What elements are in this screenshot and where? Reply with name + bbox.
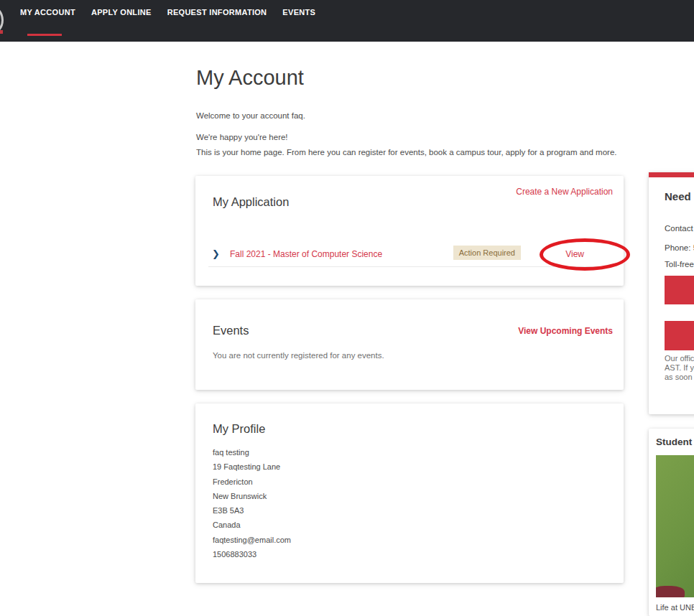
profile-street: 19 Faqtesting Lane [213, 459, 291, 474]
profile-email: faqtesting@email.com [213, 533, 291, 547]
help-red-button-1[interactable] [665, 276, 694, 304]
profile-name: faq testing [213, 445, 291, 459]
help-card-red-bar [649, 172, 694, 177]
nav-item-my-account[interactable]: MY ACCOUNT [20, 8, 75, 17]
nav-menu: MY ACCOUNT APPLY ONLINE REQUEST INFORMAT… [20, 8, 315, 17]
events-title: Events [213, 324, 249, 337]
profile-country: Canada [213, 518, 291, 532]
chevron-right-icon[interactable]: ❯ [212, 248, 220, 259]
need-help-title: Need [665, 190, 691, 202]
student-life-caption: Life at UNB [656, 603, 694, 612]
nav-item-apply-online[interactable]: APPLY ONLINE [91, 8, 152, 17]
my-application-card: Create a New Application My Application … [195, 176, 624, 286]
office-hours-note-line-3: as soon a [665, 373, 694, 382]
profile-city: Fredericton [213, 475, 291, 489]
application-name-link[interactable]: Fall 2021 - Master of Computer Science [230, 249, 382, 259]
intro-text-welcome: Welcome to your account faq. [196, 111, 305, 120]
help-tollfree-line: Toll-free: [665, 260, 694, 269]
help-red-button-2[interactable] [665, 321, 694, 350]
active-tab-underline [27, 34, 62, 36]
page-title: My Account [196, 66, 304, 90]
events-empty-text: You are not currently registered for any… [213, 351, 384, 360]
profile-phone: 1506883033 [213, 547, 291, 561]
intro-text-home-page: This is your home page. From here you ca… [196, 148, 617, 157]
application-row: ❯ Fall 2021 - Master of Computer Science… [208, 244, 613, 267]
help-contact-line: Contact U [665, 224, 694, 233]
student-life-card: Student L Life at UNB [649, 429, 694, 616]
profile-details-list: faq testing 19 Faqtesting Lane Frederict… [213, 445, 291, 561]
top-navigation-bar: MY ACCOUNT APPLY ONLINE REQUEST INFORMAT… [0, 0, 694, 42]
office-hours-note-line-2: AST. If yo [665, 363, 694, 373]
create-new-application-link[interactable]: Create a New Application [516, 187, 613, 197]
office-hours-note-line-1: Our offic [665, 354, 694, 363]
need-help-card: Need Contact U Phone: 5 Toll-free: Our o… [649, 172, 694, 414]
nav-item-events[interactable]: EVENTS [282, 8, 315, 17]
events-card: View Upcoming Events Events You are not … [195, 299, 624, 390]
my-application-title: My Application [213, 195, 289, 209]
help-phone-line: Phone: 5 [665, 243, 694, 252]
view-upcoming-events-link[interactable]: View Upcoming Events [518, 326, 613, 336]
student-life-title: Student L [656, 437, 694, 447]
office-hours-note: Our offic AST. If yo as soon a [665, 354, 694, 382]
profile-postal-code: E3B 5A3 [213, 503, 291, 518]
my-profile-card: My Profile faq testing 19 Faqtesting Lan… [195, 403, 624, 583]
view-application-link[interactable]: View [565, 249, 584, 259]
profile-province: New Brunswick [213, 489, 291, 503]
photo-blanket-shape [656, 586, 685, 597]
logo-partial-icon [0, 4, 4, 37]
student-life-photo [656, 455, 694, 597]
my-profile-title: My Profile [213, 422, 265, 436]
status-badge: Action Required [453, 246, 521, 260]
intro-text-happy: We're happy you're here! [196, 133, 288, 141]
nav-item-request-information[interactable]: REQUEST INFORMATION [167, 8, 267, 17]
